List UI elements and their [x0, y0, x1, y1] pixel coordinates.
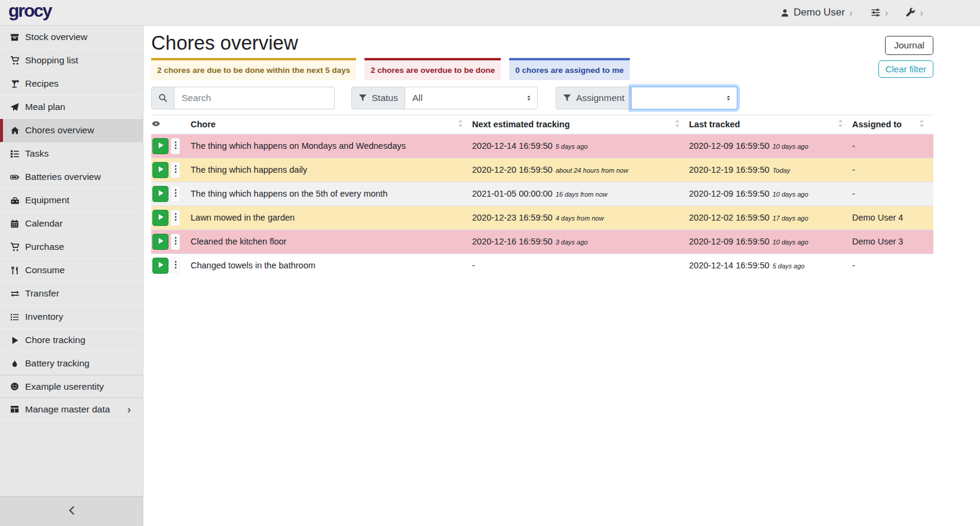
- sidebar-item-recipes[interactable]: Recipes: [0, 72, 143, 96]
- ellipsis-icon: [174, 213, 177, 223]
- filter-icon: [563, 94, 571, 102]
- sort-icon: [918, 120, 925, 129]
- row-menu-button[interactable]: [171, 186, 180, 202]
- assigned-to-cell: -: [852, 134, 933, 158]
- next-tracking-cell: 2021-01-05 00:00:0016 days from now: [472, 182, 689, 206]
- sidebar-item-example-userentity[interactable]: Example userentity: [0, 375, 143, 398]
- ellipsis-icon: [174, 165, 177, 175]
- sidebar-nav: Stock overviewShopping listRecipesMeal p…: [0, 26, 143, 421]
- sidebar-item-batteries-overview[interactable]: Batteries overview: [0, 166, 143, 189]
- user-menu[interactable]: Demo User ›: [780, 7, 853, 19]
- play-icon: [157, 213, 164, 222]
- sidebar-item-chores-overview[interactable]: Chores overview: [0, 119, 143, 142]
- last-tracked-cell: 2020-12-02 16:59:5017 days ago: [689, 206, 852, 230]
- row-menu-button[interactable]: [171, 162, 180, 178]
- last-tracked-cell: 2020-12-19 16:59:50Today: [689, 158, 852, 182]
- shopping-cart-icon: [10, 56, 20, 65]
- last-tracked-cell: 2020-12-14 16:59:505 days ago: [689, 253, 852, 277]
- filter-row: Status All Assignment: [151, 87, 933, 109]
- sliders-icon: [871, 8, 881, 17]
- sidebar-item-label: Stock overview: [25, 32, 87, 42]
- banner-info[interactable]: 0 chores are assigned to me: [509, 58, 630, 80]
- sidebar-collapse-button[interactable]: [0, 496, 143, 526]
- visibility-column-header: [151, 115, 191, 134]
- track-execution-button[interactable]: [152, 138, 169, 154]
- user-label: Demo User: [794, 7, 845, 19]
- column-header-chore[interactable]: Chore: [191, 115, 472, 134]
- track-execution-button[interactable]: [152, 234, 169, 250]
- next-tracking-cell: 2020-12-16 16:59:503 days ago: [472, 230, 689, 253]
- row-menu-button[interactable]: [171, 234, 180, 250]
- sidebar-item-purchase[interactable]: Purchase: [0, 236, 143, 259]
- search-input[interactable]: [174, 87, 335, 109]
- app-logo[interactable]: grocy: [8, 2, 51, 23]
- next-tracking-cell: -: [472, 253, 689, 277]
- sidebar-item-transfer[interactable]: Transfer: [0, 282, 143, 305]
- cocktail-icon: [10, 79, 20, 88]
- assigned-to-cell: Demo User 4: [852, 206, 933, 230]
- next-tracking-cell: 2020-12-23 16:59:504 days from now: [472, 206, 689, 230]
- sidebar-item-calendar[interactable]: Calendar: [0, 212, 143, 236]
- table-row: The thing which happens daily2020-12-20 …: [151, 158, 933, 182]
- assignment-filter-select[interactable]: [631, 87, 737, 109]
- ellipsis-icon: [174, 261, 177, 271]
- wrench-icon: [906, 8, 915, 17]
- admin-menu[interactable]: ›: [906, 8, 923, 18]
- row-menu-button[interactable]: [171, 138, 180, 154]
- column-header-assigned-to[interactable]: Assigned to: [852, 115, 933, 134]
- list-icon: [10, 313, 20, 322]
- row-menu-button[interactable]: [171, 210, 180, 226]
- sidebar-item-equipment[interactable]: Equipment: [0, 189, 143, 212]
- assignment-filter-group: Assignment: [556, 87, 737, 109]
- ellipsis-icon: [174, 189, 177, 199]
- assigned-to-cell: -: [852, 182, 933, 206]
- banner-warning[interactable]: 2 chores are due to be done within the n…: [151, 58, 356, 80]
- sidebar: Stock overviewShopping listRecipesMeal p…: [0, 26, 143, 526]
- chevron-right-icon: ›: [920, 8, 923, 18]
- sidebar-item-label: Purchase: [25, 241, 64, 252]
- sidebar-item-label: Recipes: [25, 78, 59, 89]
- track-execution-button[interactable]: [152, 162, 169, 178]
- track-execution-button[interactable]: [152, 210, 169, 226]
- table-row: The thing which happens on Mondays and W…: [151, 134, 933, 158]
- sidebar-item-label: Chore tracking: [25, 335, 85, 345]
- sidebar-item-inventory[interactable]: Inventory: [0, 305, 143, 329]
- sidebar-item-label: Consume: [25, 265, 65, 276]
- play-icon: [157, 237, 164, 246]
- filter-icon: [359, 94, 367, 102]
- paper-plane-icon: [10, 103, 20, 112]
- track-execution-button[interactable]: [152, 186, 169, 202]
- assignment-filter-label: Assignment: [576, 93, 624, 103]
- banner-danger[interactable]: 2 chores are overdue to be done: [365, 58, 501, 80]
- sidebar-item-stock-overview[interactable]: Stock overview: [0, 26, 143, 49]
- column-header-next-tracking[interactable]: Next estimated tracking: [472, 115, 689, 134]
- next-tracking-cell: 2020-12-20 16:59:50about 24 hours from n…: [472, 158, 689, 182]
- utensils-icon: [10, 266, 20, 275]
- sidebar-item-meal-plan[interactable]: Meal plan: [0, 96, 143, 119]
- journal-button[interactable]: Journal: [885, 36, 933, 55]
- sidebar-item-tasks[interactable]: Tasks: [0, 142, 143, 166]
- assigned-to-cell: Demo User 3: [852, 230, 933, 253]
- sidebar-item-chore-tracking[interactable]: Chore tracking: [0, 329, 143, 352]
- ellipsis-icon: [174, 141, 177, 151]
- last-tracked-cell: 2020-12-09 16:59:5010 days ago: [689, 230, 852, 253]
- column-header-last-tracked[interactable]: Last tracked: [689, 115, 852, 134]
- sidebar-item-shopping-list[interactable]: Shopping list: [0, 49, 143, 72]
- track-execution-button[interactable]: [152, 258, 169, 274]
- settings-menu[interactable]: ›: [871, 8, 889, 18]
- sidebar-item-manage-master-data[interactable]: Manage master data›: [0, 397, 143, 421]
- sidebar-item-label: Meal plan: [25, 102, 65, 112]
- row-menu-button[interactable]: [171, 258, 180, 274]
- ellipsis-icon: [174, 237, 177, 247]
- clear-filter-button[interactable]: Clear filter: [878, 60, 933, 78]
- last-tracked-cell: 2020-12-09 16:59:5010 days ago: [689, 182, 852, 206]
- sidebar-item-consume[interactable]: Consume: [0, 259, 143, 282]
- sidebar-item-battery-tracking[interactable]: Battery tracking: [0, 352, 143, 375]
- sidebar-item-label: Manage master data: [25, 404, 110, 415]
- chore-name-cell: Lawn mowed in the garden: [191, 206, 472, 230]
- status-filter-select[interactable]: All: [405, 87, 538, 109]
- chore-name-cell: Cleaned the kitchen floor: [191, 230, 472, 253]
- last-tracked-cell: 2020-12-09 16:59:5010 days ago: [689, 134, 852, 158]
- table-header-row: Chore Next estimated tracking Last track…: [151, 115, 933, 134]
- main-content: Chores overview Journal 2 chores are due…: [144, 26, 980, 526]
